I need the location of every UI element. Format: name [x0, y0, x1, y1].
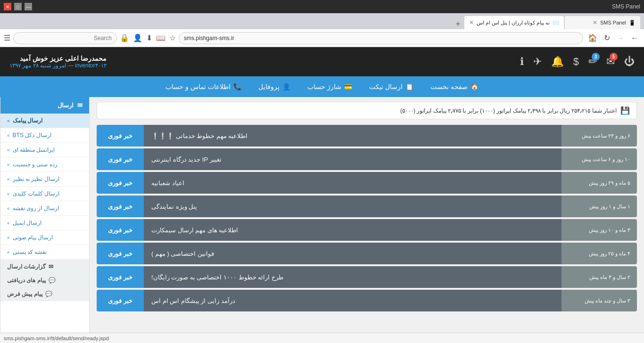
menu-icon[interactable]: ☰: [4, 33, 10, 42]
news-title-3: پنل ویژه نمایندگی: [144, 196, 561, 217]
send-button[interactable]: ✈: [533, 56, 542, 68]
edit-button[interactable]: ✏ 3: [588, 56, 597, 68]
sidebar-item-send-gender-label: رده سنی و جنسیت: [13, 161, 58, 168]
close-button[interactable]: ✕: [4, 3, 11, 10]
status-bar: sms.pishgam-sms.ir/tt/default/send/ready…: [0, 333, 644, 343]
sidebar-item-send-email-label: ارسال ایمیل: [13, 220, 41, 226]
news-date-5: ۴ ماه و ۲۵ روز پیش: [561, 243, 637, 264]
sidebar-send-title: ارسال: [58, 102, 74, 109]
sidebar-item-send-keyword-label: ارسال کلمات کلیدی: [13, 190, 60, 197]
sidebar-item-send-regional[interactable]: ایرانسل منطقه ای »: [0, 143, 89, 157]
tab-1[interactable]: 📱 SMS Panel ✕: [565, 16, 640, 29]
reader-icon[interactable]: 📖: [156, 33, 165, 42]
main-area: 💾 اعتبار شما ۲۵۴٫۲۱۵ ریال برابر با ۲٫۴۹۸…: [90, 97, 644, 343]
title-bar: SMS Panel — □ ✕: [0, 0, 644, 13]
news-date-7: ۳ سال و چند ماه پیش: [561, 290, 637, 311]
sidebar-item-send-keyword[interactable]: ارسال کلمات کلیدی »: [0, 187, 89, 201]
news-type-4: خبر فوری: [97, 219, 144, 241]
news-date-6: ۲ سال و ۳ ماه پیش: [561, 266, 637, 288]
new-tab-button[interactable]: +: [453, 19, 463, 29]
minimize-button[interactable]: —: [25, 3, 32, 10]
home-nav-button[interactable]: 🏠: [586, 32, 599, 44]
nav-ticket[interactable]: 📋 ارسال تیکت: [361, 76, 422, 97]
sidebar-item-send-similar[interactable]: ارسال نظیر به نظیر »: [0, 172, 89, 187]
url-bar[interactable]: [179, 32, 583, 44]
tab-1-close[interactable]: ✕: [593, 19, 597, 26]
sidebar-default-title: پیام پیش فرض: [7, 291, 42, 297]
sidebar-default-section: 💬 پیام پیش فرض: [0, 287, 89, 301]
home-icon: 🏠: [471, 83, 479, 90]
arrow-icon-2: »: [7, 147, 10, 153]
sidebar-send-header: ✉ ارسال: [0, 97, 89, 114]
charge-icon: 💳: [344, 83, 352, 90]
nav-home-label: صفحه نخست: [430, 83, 468, 90]
sidebar-item-send-voice[interactable]: ارسال پیام صوتی »: [0, 230, 89, 245]
back-button[interactable]: ←: [629, 32, 640, 44]
info-button[interactable]: ℹ: [520, 56, 524, 68]
app-content: 💾 اعتبار شما ۲۵۴٫۲۱۵ ریال برابر با ۲٫۴۹۸…: [0, 97, 644, 343]
sidebar-reports-section: ✉ گزارشات ارسال: [0, 260, 89, 274]
arrow-icon-8: »: [7, 235, 10, 240]
report-header-icon: ✉: [49, 263, 53, 270]
news-item-4[interactable]: ۳ ماه و ۱۰ روز پیش اطلاعیه های مهم ارسال…: [97, 219, 637, 241]
sidebar-item-send-map[interactable]: ارسال از روی نقشه »: [0, 201, 89, 216]
news-date-3: ۱ سال و ۱ روز پیش: [561, 196, 637, 217]
nav-bar: ← → ↻ 🏠 ☆ 📖 ⬇ 👤 🔒 ☰: [0, 29, 644, 47]
sidebar-default-header[interactable]: 💬 پیام پیش فرض: [0, 287, 89, 301]
search-input[interactable]: [13, 32, 117, 44]
forward-button[interactable]: →: [615, 32, 626, 44]
news-item-6[interactable]: ۲ سال و ۳ ماه پیش طرح ارائه خطوط ۱۰۰۰ اخ…: [97, 266, 637, 288]
sidebar-item-send-email[interactable]: ارسال ایمیل »: [0, 216, 89, 230]
profile-icon: 👤: [282, 83, 290, 90]
nav-icons: ☆ 📖 ⬇ 👤 🔒: [120, 33, 176, 42]
news-item-7[interactable]: ۳ سال و چند ماه پیش درآمد زایی از پیشگام…: [97, 290, 637, 311]
news-item-2[interactable]: ۵ ماه و ۲۹ روز پیش اعیاد شعبانیه خبر فور…: [97, 172, 637, 194]
news-type-0: خبر فوری: [97, 125, 144, 147]
sidebar-reports-header[interactable]: ✉ گزارشات ارسال: [0, 260, 89, 273]
news-date-1: ۱۰ روز و ۶ ساعت پیش: [561, 148, 637, 170]
arrow-icon-9: »: [7, 250, 10, 255]
news-list: ۶ روز و ۲۳ ساعت پیش اطلاعیه مهم خطوط خدم…: [97, 125, 637, 311]
nav-home[interactable]: 🏠 صفحه نخست: [422, 76, 487, 97]
tab-2-favicon: ✉️: [553, 20, 559, 26]
nav-charge[interactable]: 💳 شارژ حساب: [299, 76, 361, 97]
sidebar-item-send-gender[interactable]: رده سنی و جنسیت »: [0, 157, 89, 172]
user-account-icon[interactable]: 👤: [133, 33, 142, 42]
sidebar-received-header[interactable]: 💬 پیام های دریافتی: [0, 274, 89, 287]
header-left: ⏻ ✉ 5 ✏ 3 $ 🔔 ✈ ℹ: [520, 56, 635, 68]
sidebar-send-section: ✉ ارسال ارسال پیامک » ارسال دکل BTS » ای…: [0, 97, 89, 260]
app-nav: 🏠 صفحه نخست 📋 ارسال تیکت 💳 شارژ حساب 👤 پ…: [0, 76, 644, 97]
mail-button[interactable]: ✉ 5: [606, 56, 615, 68]
sidebar-item-send-sms-label: ارسال پیامک: [13, 117, 42, 124]
news-title-5: قوانین اختصاصی ( مهم ): [144, 243, 561, 264]
send-header-icon: ✉: [77, 102, 83, 109]
refresh-button[interactable]: ↻: [602, 32, 612, 44]
sidebar-item-send-bts[interactable]: ارسال دکل BTS »: [0, 128, 89, 143]
lock-icon[interactable]: 🔒: [120, 33, 129, 42]
tab-1-favicon: 📱: [629, 20, 636, 26]
news-date-0: ۶ روز و ۲۳ ساعت پیش: [561, 125, 637, 147]
power-button[interactable]: ⏻: [624, 56, 635, 68]
download-icon[interactable]: ⬇: [146, 33, 152, 42]
sidebar-item-send-regional-label: ایرانسل منطقه ای: [13, 147, 55, 153]
bookmark-icon[interactable]: ☆: [169, 33, 176, 42]
news-type-6: خبر فوری: [97, 266, 144, 288]
news-item-1[interactable]: ۱۰ روز و ۶ ساعت پیش تغییر IP جدید درگاه …: [97, 148, 637, 170]
tab-2-close[interactable]: ✕: [469, 19, 474, 26]
maximize-button[interactable]: □: [14, 3, 22, 10]
nav-profile[interactable]: 👤 پروفایل: [250, 76, 299, 97]
dollar-button[interactable]: $: [573, 56, 579, 68]
header-right: محمدرضا اعلی عزیز خوش آمید inventor۴۰۱۲ …: [9, 55, 107, 69]
news-item-5[interactable]: ۴ ماه و ۲۵ روز پیش قوانین اختصاصی ( مهم …: [97, 243, 637, 264]
arrow-icon-6: »: [7, 206, 10, 211]
news-item-0[interactable]: ۶ روز و ۲۳ ساعت پیش اطلاعیه مهم خطوط خدم…: [97, 125, 637, 147]
news-item-3[interactable]: ۱ سال و ۱ روز پیش پنل ویژه نمایندگی خبر …: [97, 196, 637, 217]
sidebar-item-send-sms[interactable]: ارسال پیامک »: [0, 114, 89, 128]
arrow-icon-4: »: [7, 177, 10, 182]
sidebar-item-zip-code[interactable]: نقشه کد پستی »: [0, 245, 89, 260]
nav-contact[interactable]: 📞 اطلاعات تماس و حساب: [157, 76, 250, 97]
bell-button[interactable]: 🔔: [551, 56, 564, 68]
tab-2[interactable]: ✉️ نه پیام کوتاه ارزان | پنل اس ام اس ✕: [464, 16, 564, 29]
info-bar-text: اعتبار شما ۲۵۴٫۲۱۵ ریال برابر با ۲٫۴۹۸ پ…: [400, 107, 617, 114]
ticket-icon: 📋: [405, 83, 413, 90]
